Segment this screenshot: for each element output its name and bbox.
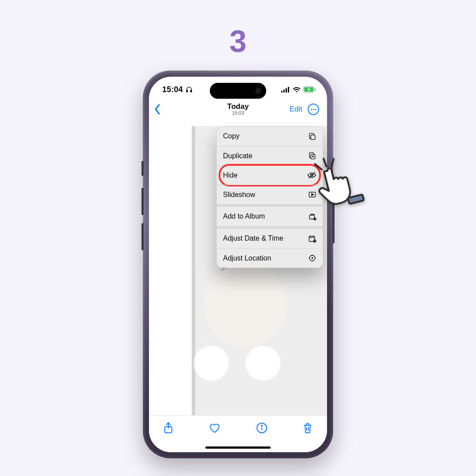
- screen: 15:04: [149, 77, 327, 452]
- home-indicator[interactable]: [205, 446, 271, 449]
- duplicate-icon: [308, 152, 316, 160]
- menu-item-slideshow[interactable]: Slideshow: [217, 185, 323, 204]
- svg-line-26: [330, 159, 335, 167]
- svg-rect-4: [286, 88, 287, 93]
- delete-button[interactable]: [302, 422, 313, 436]
- nav-title: Today: [227, 103, 249, 111]
- menu-item-adjust-location[interactable]: Adjust Location: [217, 248, 323, 268]
- more-button[interactable]: [308, 104, 319, 115]
- menu-label: Adjust Location: [223, 254, 271, 262]
- svg-rect-27: [348, 194, 364, 204]
- svg-point-20: [312, 257, 312, 258]
- svg-point-23: [261, 425, 262, 426]
- nav-subtitle: 15:03: [227, 111, 249, 116]
- favorite-button[interactable]: [208, 422, 221, 435]
- svg-rect-5: [288, 87, 289, 93]
- menu-label: Copy: [223, 132, 239, 140]
- context-menu: Copy Duplicate Hide Slideshow Add to Alb…: [216, 126, 323, 268]
- location-icon: [308, 254, 316, 262]
- battery-icon: [303, 86, 316, 93]
- svg-rect-8: [315, 89, 316, 91]
- info-button[interactable]: [256, 422, 268, 435]
- menu-label: Add to Album: [223, 212, 265, 220]
- svg-rect-2: [281, 91, 283, 93]
- menu-label: Hide: [223, 171, 238, 179]
- wifi-icon: [293, 87, 301, 93]
- cellular-icon: [281, 87, 290, 93]
- svg-line-25: [324, 158, 327, 167]
- edit-button[interactable]: Edit: [290, 105, 302, 114]
- menu-label: Adjust Date & Time: [223, 234, 283, 242]
- volume-up-button[interactable]: [141, 188, 144, 215]
- back-button[interactable]: [153, 103, 161, 117]
- headphones-icon: [186, 86, 193, 93]
- menu-item-add-to-album[interactable]: Add to Album: [217, 207, 323, 226]
- svg-rect-1: [190, 90, 192, 92]
- menu-item-copy[interactable]: Copy: [217, 126, 323, 146]
- svg-line-24: [315, 163, 322, 171]
- svg-rect-0: [186, 90, 188, 92]
- copy-icon: [308, 132, 316, 141]
- calendar-icon: [308, 234, 316, 243]
- step-number: 3: [230, 24, 247, 59]
- menu-label: Duplicate: [223, 152, 253, 160]
- nav-title-area: Today 15:03: [227, 103, 249, 115]
- svg-rect-3: [283, 89, 285, 93]
- nav-bar: Today 15:03 Edit: [149, 100, 327, 119]
- phone-frame: 15:04: [143, 71, 333, 458]
- status-time: 15:04: [162, 85, 183, 94]
- share-button[interactable]: [163, 422, 174, 436]
- dynamic-island: [210, 83, 266, 99]
- album-icon: [308, 212, 316, 221]
- menu-label: Slideshow: [223, 191, 255, 199]
- menu-item-adjust-date[interactable]: Adjust Date & Time: [217, 229, 323, 248]
- svg-rect-9: [311, 135, 315, 139]
- silent-switch[interactable]: [141, 161, 144, 176]
- volume-down-button[interactable]: [141, 223, 144, 250]
